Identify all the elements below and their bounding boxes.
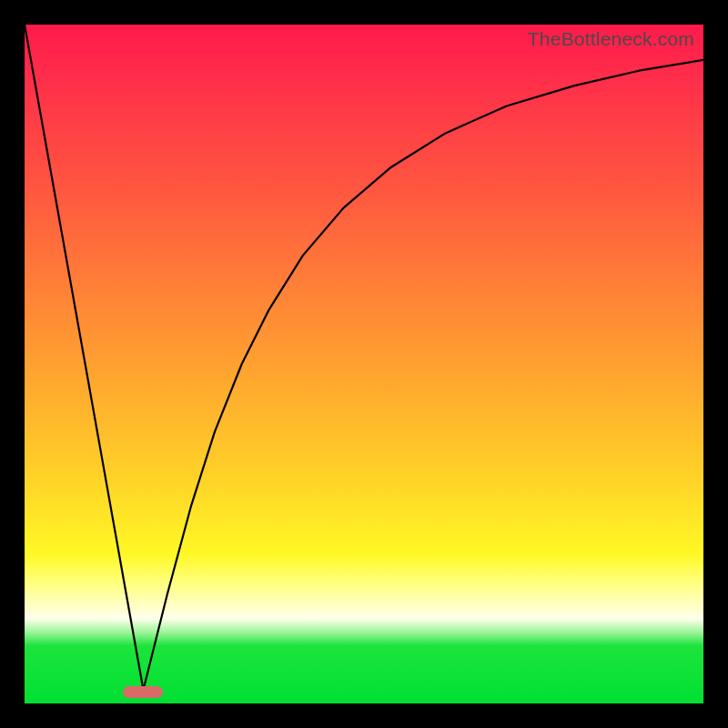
curve-layer [25,25,703,703]
plot-area: TheBottleneck.com [25,25,703,703]
right-rising-curve [144,60,704,690]
left-descending-line [25,25,144,690]
chart-frame: TheBottleneck.com [0,0,728,728]
bottleneck-marker [123,686,163,698]
